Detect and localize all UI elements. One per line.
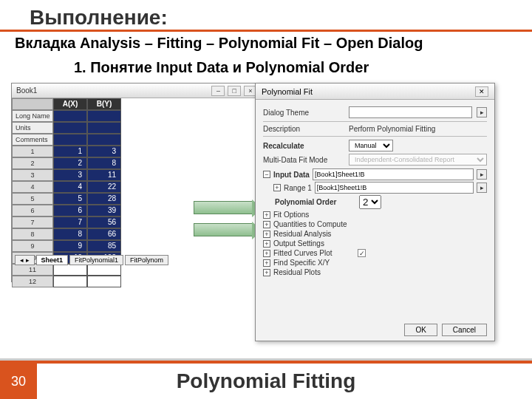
- cell[interactable]: 39: [87, 205, 121, 216]
- expand-icon[interactable]: +: [263, 221, 270, 228]
- cell[interactable]: 22: [87, 181, 121, 193]
- cell[interactable]: 85: [87, 240, 121, 252]
- page-number: 30: [0, 364, 37, 399]
- cell[interactable]: [53, 264, 87, 276]
- description-value: Perform Polynomial Fitting: [349, 125, 435, 133]
- window-buttons: – □ ×: [211, 86, 257, 96]
- slide-title: Выполнение:: [0, 0, 532, 32]
- dialog-titlebar: Polynomial Fit ✕: [256, 83, 494, 100]
- quantities-label: Quantities to Compute: [273, 220, 347, 228]
- row-num[interactable]: 9: [12, 240, 53, 252]
- worksheet-title: Book1: [16, 86, 37, 95]
- fitted-plot-checkbox[interactable]: ✓: [358, 249, 366, 257]
- polynomial-fit-dialog: Polynomial Fit ✕ Dialog Theme ▸ Descript…: [255, 83, 495, 341]
- expand-icon[interactable]: +: [263, 231, 270, 238]
- range-picker-button[interactable]: ▸: [477, 169, 487, 180]
- cell[interactable]: 1: [53, 146, 87, 157]
- row-num[interactable]: 7: [12, 216, 53, 228]
- row-num[interactable]: 3: [12, 169, 53, 181]
- cell[interactable]: 28: [87, 193, 121, 205]
- row-num[interactable]: 1: [12, 146, 53, 157]
- range-picker-button[interactable]: ▸: [477, 183, 487, 193]
- dialog-close-button[interactable]: ✕: [475, 86, 488, 97]
- residual-label: Residual Analysis: [273, 230, 331, 238]
- cell[interactable]: 7: [53, 216, 87, 228]
- collapse-icon[interactable]: −: [263, 171, 270, 178]
- expand-icon[interactable]: +: [263, 211, 270, 219]
- row-label: Comments: [12, 134, 53, 146]
- sheet-tab[interactable]: FitPolynom: [125, 255, 168, 265]
- cell[interactable]: [87, 264, 121, 276]
- multidata-label: Multi-Data Fit Mode: [263, 156, 344, 164]
- cell[interactable]: 8: [87, 157, 121, 169]
- input-data-field[interactable]: [313, 168, 474, 180]
- row-num[interactable]: 4: [12, 181, 53, 193]
- row-num[interactable]: 11: [12, 264, 53, 276]
- row-num[interactable]: 5: [12, 193, 53, 205]
- residual-plots-label: Residual Plots: [273, 268, 321, 276]
- fitted-plot-label: Fitted Curves Plot: [273, 249, 355, 257]
- maximize-button[interactable]: □: [228, 86, 241, 96]
- cell[interactable]: 6: [53, 205, 87, 216]
- row-label: Long Name: [12, 110, 53, 122]
- expand-icon[interactable]: +: [263, 269, 270, 276]
- polynomial-order-select[interactable]: 2: [359, 195, 381, 209]
- row-num[interactable]: 6: [12, 205, 53, 216]
- cell[interactable]: 56: [87, 216, 121, 228]
- theme-menu-button[interactable]: ▸: [477, 107, 487, 117]
- minimize-button[interactable]: –: [211, 86, 225, 96]
- cell[interactable]: [87, 276, 121, 287]
- sheet-tabs[interactable]: ◂ ▸ Sheet1 FitPolynomial1 FitPolynom: [15, 255, 168, 265]
- slide-subtitle: Вкладка Analysis – Fitting – Polynomial …: [0, 33, 532, 52]
- dialog-theme-input[interactable]: [349, 106, 472, 118]
- cell[interactable]: 4: [53, 181, 87, 193]
- footer-title: Polynomial Fitting: [0, 364, 532, 399]
- multidata-select[interactable]: Independent-Consolidated Report: [349, 154, 487, 166]
- range-field[interactable]: [315, 182, 474, 194]
- dialog-title: Polynomial Fit: [262, 87, 313, 96]
- col-header[interactable]: A(X): [53, 98, 87, 110]
- recalculate-label: Recalculate: [263, 142, 344, 150]
- sheet-tab[interactable]: Sheet1: [36, 255, 69, 265]
- input-data-label: Input Data: [273, 171, 310, 179]
- output-label: Output Settings: [273, 239, 324, 248]
- cell[interactable]: 3: [87, 146, 121, 157]
- row-num[interactable]: 8: [12, 228, 53, 240]
- cell[interactable]: 66: [87, 228, 121, 240]
- slide-item-1: 1. Понятие Input Data и Polynomial Order: [0, 52, 532, 76]
- worksheet-window: Book1 – □ × Long Name Units Comments 1 2…: [11, 83, 262, 282]
- recalculate-select[interactable]: Manual: [349, 140, 393, 151]
- dialog-theme-label: Dialog Theme: [263, 109, 344, 117]
- expand-icon[interactable]: +: [263, 250, 270, 257]
- cell[interactable]: 9: [53, 240, 87, 252]
- cancel-button[interactable]: Cancel: [442, 324, 487, 336]
- cell[interactable]: 2: [53, 157, 87, 169]
- cell[interactable]: 3: [53, 169, 87, 181]
- expand-icon[interactable]: +: [263, 240, 270, 248]
- sheet-tab[interactable]: FitPolynomial1: [69, 255, 123, 265]
- arrow-icon: [194, 223, 253, 236]
- sheet-nav[interactable]: ◂ ▸: [15, 255, 35, 265]
- expand-icon[interactable]: +: [263, 259, 270, 267]
- cell[interactable]: 11: [87, 169, 121, 181]
- worksheet-titlebar: Book1 – □ ×: [12, 83, 262, 98]
- range-label: Range 1: [284, 184, 312, 192]
- fit-options-label: Fit Options: [273, 211, 309, 219]
- col-header[interactable]: B(Y): [87, 98, 121, 110]
- row-label: Units: [12, 122, 53, 134]
- cell[interactable]: 8: [53, 228, 87, 240]
- arrow-icon: [194, 201, 253, 214]
- ok-button[interactable]: OK: [404, 324, 437, 336]
- row-num[interactable]: 12: [12, 276, 53, 287]
- polynomial-order-label: Polynomial Order: [275, 198, 356, 206]
- cell[interactable]: 5: [53, 193, 87, 205]
- cell[interactable]: [53, 276, 87, 287]
- expand-icon[interactable]: +: [273, 184, 281, 191]
- find-xy-label: Find Specific X/Y: [273, 259, 330, 267]
- row-num[interactable]: 2: [12, 157, 53, 169]
- description-label: Description: [263, 125, 344, 133]
